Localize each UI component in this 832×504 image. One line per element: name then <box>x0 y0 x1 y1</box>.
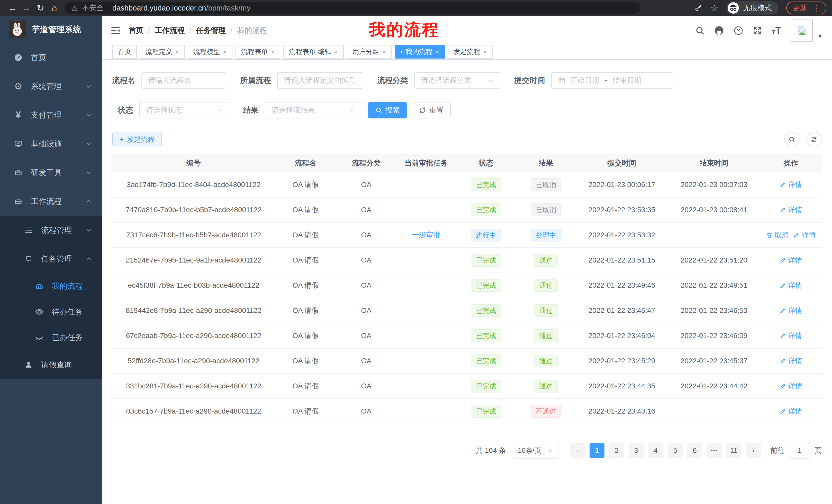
page-button-5[interactable]: 5 <box>668 443 683 458</box>
bookmark-star-icon[interactable]: ☆ <box>711 3 718 13</box>
detail-link[interactable]: 详情 <box>780 205 802 215</box>
sidebar-item-home[interactable]: 首页 <box>0 43 102 72</box>
toggle-search-button[interactable] <box>784 132 800 147</box>
detail-link[interactable]: 详情 <box>780 407 802 416</box>
sidebar-fold-icon[interactable] <box>110 25 121 36</box>
help-icon[interactable]: ? <box>733 26 743 35</box>
process-definition-input-field[interactable] <box>284 76 357 85</box>
sidebar-item-system-management[interactable]: ⚙ 系统管理 <box>0 72 102 101</box>
page-button-11[interactable]: 11 <box>726 443 741 458</box>
tab-process-form-edit[interactable]: 流程表单-编辑× <box>283 45 344 59</box>
home-icon[interactable]: ⌂ <box>47 1 61 15</box>
tab-my-process[interactable]: ●我的流程× <box>395 45 445 59</box>
prev-page-button[interactable]: ‹ <box>570 443 585 458</box>
detail-link[interactable]: 详情 <box>793 230 816 240</box>
reload-icon[interactable]: ↻ <box>33 1 47 15</box>
col-header-actions: 操作 <box>760 158 822 168</box>
tab-home[interactable]: 首页 <box>112 45 137 59</box>
end-date-placeholder[interactable]: 结束日期 <box>613 76 642 85</box>
detail-link[interactable]: 详情 <box>780 382 802 391</box>
forward-icon[interactable]: → <box>20 1 33 15</box>
breadcrumb-workflow[interactable]: 工作流程 <box>155 25 185 36</box>
detail-link[interactable]: 详情 <box>780 281 802 290</box>
tabs-bar: 首页 流程定义× 流程模型× 流程表单× 流程表单-编辑× 用户分组× ●我的流… <box>102 45 832 60</box>
kebab-menu-icon[interactable]: ⋮ <box>812 4 820 12</box>
search-button[interactable]: 搜索 <box>368 102 407 118</box>
font-size-icon[interactable]: TT <box>772 26 781 35</box>
github-icon[interactable] <box>714 25 724 36</box>
detail-link[interactable]: 详情 <box>780 306 802 315</box>
cell-end-time: 2022-01-22 23:44:42 <box>668 382 760 390</box>
sidebar-item-payment-management[interactable]: ¥ 支付管理 <box>0 101 102 130</box>
detail-link[interactable]: 详情 <box>780 331 802 340</box>
key-icon[interactable] <box>694 4 703 12</box>
fullscreen-icon[interactable] <box>753 26 762 35</box>
cell-category: OA <box>336 256 396 264</box>
process-name-input-field[interactable] <box>148 76 219 85</box>
page-size-select[interactable]: 10条/页 <box>513 443 558 458</box>
detail-link[interactable]: 详情 <box>780 256 802 265</box>
page-button-3[interactable]: 3 <box>629 443 644 458</box>
app-logo[interactable]: 芋道管理系统 <box>0 16 102 43</box>
sidebar-item-todo-tasks[interactable]: 待办任务 <box>0 299 102 325</box>
start-date-placeholder[interactable]: 开始日期 <box>570 76 599 85</box>
back-icon[interactable]: ← <box>6 1 20 15</box>
tab-user-group[interactable]: 用户分组× <box>347 45 392 59</box>
close-icon[interactable]: × <box>483 48 487 55</box>
page-button-1[interactable]: 1 <box>590 443 604 458</box>
dashboard-icon <box>12 53 24 62</box>
tab-process-form[interactable]: 流程表单× <box>235 45 280 59</box>
close-icon[interactable]: × <box>175 48 179 55</box>
status-select[interactable]: 请选择状态 <box>139 102 229 118</box>
sidebar-item-task-management[interactable]: 任务管理 <box>0 245 102 273</box>
cell-submit-time: 2022-01-22 23:51:15 <box>576 256 668 264</box>
page-button-6[interactable]: 6 <box>687 443 702 458</box>
breadcrumb-task-management[interactable]: 任务管理 <box>196 25 226 36</box>
next-page-button[interactable]: › <box>746 443 761 458</box>
cell-end-time: 2022-01-23 00:07:03 <box>668 180 760 189</box>
breadcrumb-home[interactable]: 首页 <box>129 25 144 36</box>
sidebar-item-workflow[interactable]: 工作流程 <box>0 187 102 216</box>
security-label[interactable]: 不安全 <box>82 3 104 13</box>
close-icon[interactable]: × <box>436 48 439 55</box>
result-badge: 通过 <box>534 279 558 292</box>
sidebar-item-leave-query[interactable]: 请假查询 <box>0 351 102 379</box>
table-row: 67c2eaab-7b9a-11ec-a290-acde48001122 OA … <box>112 324 822 348</box>
task-link[interactable]: 一级审批 <box>412 230 440 240</box>
avatar-caret-icon[interactable]: ▾ <box>818 32 822 41</box>
result-select[interactable]: 请选择流结果 <box>265 102 361 118</box>
page-button-4[interactable]: 4 <box>648 443 663 458</box>
sidebar-item-infrastructure[interactable]: 基础设施 <box>0 130 102 158</box>
sidebar-item-done-tasks[interactable]: 已办任务 <box>0 325 102 351</box>
cell-submit-time: 2022-01-22 23:49:46 <box>576 281 668 289</box>
goto-page-input[interactable] <box>789 443 810 458</box>
sidebar-item-my-process[interactable]: 我的流程 <box>0 273 102 299</box>
process-category-select[interactable]: 请选择流程分类 <box>414 72 500 89</box>
cancel-link[interactable]: 取消 <box>766 230 788 240</box>
address-bar[interactable]: ⚠ 不安全 dashboard.yudao.iocoder.cn/bpm/tas… <box>65 2 641 14</box>
close-icon[interactable]: × <box>223 48 227 55</box>
update-button[interactable]: 更新 ⋮ <box>786 2 826 15</box>
detail-link[interactable]: 详情 <box>780 180 802 189</box>
refresh-table-button[interactable] <box>806 132 822 147</box>
tab-process-model[interactable]: 流程模型× <box>188 45 232 59</box>
tab-start-process[interactable]: 发起流程× <box>448 45 493 59</box>
tab-process-definition[interactable]: 流程定义× <box>140 45 185 59</box>
avatar[interactable] <box>790 20 813 41</box>
process-name-input[interactable] <box>141 72 226 89</box>
close-icon[interactable]: × <box>382 48 386 55</box>
date-range-picker[interactable]: 开始日期 - 结束日期 <box>551 72 673 89</box>
reset-button[interactable]: 重置 <box>412 102 451 118</box>
detail-link[interactable]: 详情 <box>780 356 802 366</box>
incognito-badge: 无痕模式 <box>726 1 779 15</box>
process-definition-input[interactable] <box>277 72 363 89</box>
sidebar-item-dev-tools[interactable]: 研发工具 <box>0 158 102 187</box>
more-pages-button[interactable]: ••• <box>707 443 722 458</box>
page-button-2[interactable]: 2 <box>609 443 624 458</box>
start-process-button[interactable]: + 发起流程 <box>112 133 162 146</box>
cell-id: 52ffd28e-7b9a-11ec-a290-acde48001122 <box>112 357 275 365</box>
close-icon[interactable]: × <box>335 48 338 55</box>
sidebar-item-process-management[interactable]: 流程管理 <box>0 216 102 245</box>
search-icon[interactable] <box>695 26 705 35</box>
close-icon[interactable]: × <box>271 48 275 55</box>
